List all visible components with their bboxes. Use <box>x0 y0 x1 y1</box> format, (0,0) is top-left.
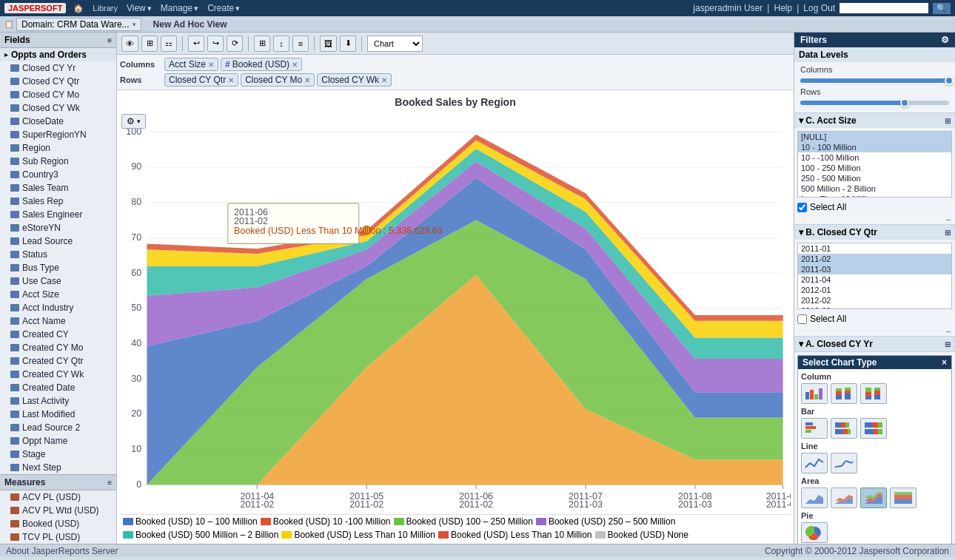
closed-cy-qtr-item-2011-01[interactable]: 2011-01 <box>798 243 951 254</box>
field-item[interactable]: Sales Team <box>0 181 116 195</box>
data-levels-header[interactable]: Data Levels <box>794 47 955 62</box>
pill-closed-cy-qtr-close[interactable]: ✕ <box>228 76 234 84</box>
filters-options-icon[interactable]: ⚙ <box>941 35 949 45</box>
field-item[interactable]: Next Step <box>0 461 116 474</box>
field-item[interactable]: Acct Industry <box>0 301 116 314</box>
acct-size-item-100-250[interactable]: 100 - 250 Million <box>798 163 951 173</box>
field-item[interactable]: Last Activity <box>0 394 116 408</box>
measures-menu-icon[interactable]: ≡ <box>107 479 112 487</box>
column-grouped-btn[interactable] <box>801 383 828 404</box>
closed-cy-qtr-expand-icon[interactable]: ⊞ <box>945 229 951 237</box>
field-item[interactable]: Created CY Mo <box>0 341 116 354</box>
acct-size-select-all-checkbox[interactable] <box>797 203 807 212</box>
bar-percent-btn[interactable] <box>860 418 887 439</box>
logo[interactable]: JASPERSOFT <box>4 3 66 13</box>
acct-size-item-less10[interactable]: Less Than 10 Million <box>798 194 951 198</box>
refresh-btn[interactable]: ⟳ <box>227 36 243 52</box>
closed-cy-yr-expand-icon[interactable]: ⊞ <box>945 340 951 348</box>
view-type-select[interactable]: Chart Table Crosstab <box>367 36 423 52</box>
oppts-section-header[interactable]: ▸ Oppts and Orders <box>0 48 116 61</box>
chart-tools-button[interactable]: ⚙▾ <box>121 114 146 129</box>
field-item[interactable]: Sales Rep <box>0 195 116 208</box>
area-stacked-btn[interactable] <box>831 488 857 508</box>
pill-closed-cy-mo[interactable]: Closed CY Mo ✕ <box>241 73 315 87</box>
rows-slider-thumb[interactable] <box>900 98 909 107</box>
closed-cy-qtr-item-2011-04[interactable]: 2011-04 <box>798 274 951 285</box>
field-item[interactable]: Sales Engineer <box>0 208 116 221</box>
field-item[interactable]: Use Case <box>0 274 116 288</box>
field-item[interactable]: Lead Source 2 <box>0 421 116 434</box>
field-item[interactable]: Country3 <box>0 168 116 181</box>
rows-slider-track[interactable] <box>800 101 949 105</box>
field-item[interactable]: Created CY <box>0 328 116 341</box>
search-input[interactable] <box>840 3 928 13</box>
pill-booked-usd[interactable]: # Booked (USD) ✕ <box>221 58 302 71</box>
field-item[interactable]: Closed CY Qtr <box>0 75 116 88</box>
field-item[interactable]: Stage <box>0 448 116 461</box>
columns-slider-thumb[interactable] <box>945 76 954 85</box>
measure-item[interactable]: ACV PL Wtd (USD) <box>0 504 116 517</box>
field-item[interactable]: Closed CY Mo <box>0 88 116 101</box>
field-item[interactable]: Closed CY Yr <box>0 61 116 75</box>
field-item[interactable]: Bus Type <box>0 261 116 274</box>
field-item[interactable]: Region <box>0 141 116 155</box>
field-item[interactable]: eStoreYN <box>0 221 116 235</box>
acct-size-expand-icon[interactable]: ⊞ <box>945 117 951 125</box>
pill-acct-size-close[interactable]: ✕ <box>208 61 214 69</box>
area-basic-btn[interactable] <box>801 488 828 508</box>
pill-closed-cy-qtr[interactable]: Closed CY Qtr ✕ <box>164 73 238 87</box>
field-item[interactable]: Status <box>0 248 116 261</box>
closed-cy-qtr-item-2011-02[interactable]: 2011-02 <box>798 254 951 264</box>
help-link[interactable]: Help <box>774 3 792 13</box>
pill-booked-usd-close[interactable]: ✕ <box>292 61 298 69</box>
nav-manage[interactable]: Manage ▾ <box>161 3 198 13</box>
nav-home[interactable]: 🏠 <box>73 3 84 13</box>
field-item[interactable]: Lead Source <box>0 235 116 248</box>
redo-btn[interactable]: ↪ <box>207 36 224 52</box>
field-item[interactable]: CloseDate <box>0 115 116 128</box>
export-btn[interactable]: 🖼 <box>320 36 337 52</box>
field-item[interactable]: Acct Size <box>0 288 116 301</box>
bar-stacked-btn[interactable] <box>831 418 857 439</box>
field-item[interactable]: Acct Name <box>0 314 116 328</box>
pill-closed-cy-mo-close[interactable]: ✕ <box>304 76 310 84</box>
pill-closed-cy-wk[interactable]: Closed CY Wk ✕ <box>317 73 392 87</box>
add-group-btn[interactable]: ⊞ <box>254 36 270 52</box>
field-item[interactable]: Created CY Wk <box>0 368 116 381</box>
acct-size-item-250-500[interactable]: 250 - 500 Million <box>798 173 951 183</box>
nav-create[interactable]: Create ▾ <box>207 3 240 13</box>
column-stacked-btn[interactable] <box>831 383 857 404</box>
domain-label[interactable]: Domain: CRM Data Ware... ▾ <box>16 18 141 31</box>
field-item[interactable]: Oppt Name <box>0 434 116 448</box>
area-percent-btn[interactable] <box>890 488 917 508</box>
field-item[interactable]: Created Date <box>0 381 116 394</box>
closed-cy-yr-filter-header[interactable]: ▾ A. Closed CY Yr ⊞ <box>794 337 955 351</box>
closed-cy-qtr-item-2011-03[interactable]: 2011-03 <box>798 264 951 274</box>
download-btn[interactable]: ⬇ <box>340 36 356 52</box>
undo-btn[interactable]: ↩ <box>188 36 204 52</box>
field-item[interactable]: Sub Region <box>0 155 116 168</box>
select-chart-type-close-btn[interactable]: × <box>942 357 947 368</box>
column-percent-btn[interactable] <box>860 383 887 404</box>
closed-cy-qtr-filter-header[interactable]: ▾ B. Closed CY Qtr ⊞ <box>794 225 955 240</box>
area-selected-btn[interactable] <box>860 488 887 508</box>
nav-view[interactable]: View ▾ <box>127 3 152 13</box>
acct-size-expand-link[interactable]: – <box>794 214 955 224</box>
pie-btn[interactable] <box>801 522 828 543</box>
closed-cy-qtr-select-all-checkbox[interactable] <box>797 314 807 324</box>
line-smooth-btn[interactable] <box>831 453 857 473</box>
closed-cy-qtr-expand-link[interactable]: – <box>794 325 955 336</box>
sort-btn[interactable]: ↕ <box>273 36 289 52</box>
measure-item[interactable]: TCV PL (USD) <box>0 530 116 544</box>
search-button[interactable]: 🔍 <box>933 3 951 14</box>
fields-menu-icon[interactable]: ≡ <box>107 36 112 44</box>
closed-cy-qtr-item-2012-02[interactable]: 2012-02 <box>798 295 951 306</box>
nav-library[interactable]: Library <box>93 3 118 13</box>
acct-size-item-10--100[interactable]: 10 - -100 Million <box>798 152 951 163</box>
field-item[interactable]: SuperRegionYN <box>0 128 116 141</box>
field-item[interactable]: Closed CY Wk <box>0 101 116 115</box>
about-link[interactable]: About JasperReports Server <box>6 546 118 556</box>
acct-size-filter-header[interactable]: ▾ C. Acct Size ⊞ <box>794 113 955 128</box>
bar-grouped-btn[interactable] <box>801 418 828 439</box>
columns-slider-track[interactable] <box>800 78 949 83</box>
